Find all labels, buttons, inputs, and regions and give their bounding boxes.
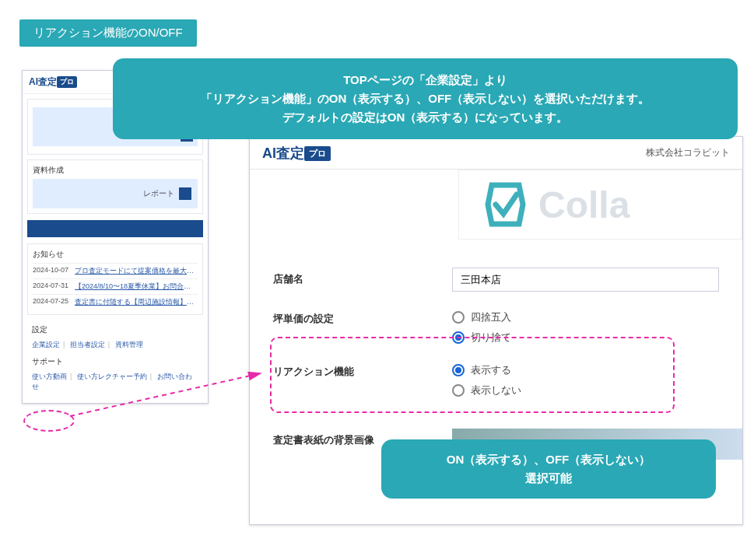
brand-logo-preview: Colla	[458, 170, 742, 240]
link-lecture-book[interactable]: 使い方レクチャー予約	[77, 373, 147, 380]
link-staff-settings[interactable]: 担当者設定	[70, 341, 105, 348]
section-title-doc: 資料作成	[33, 165, 198, 176]
logo-text: AI査定	[262, 145, 304, 161]
highlight-oval-company-settings	[23, 410, 75, 432]
radio-icon	[452, 331, 465, 344]
report-label: レポート	[143, 188, 174, 199]
radio-unit-round[interactable]: 四捨五入	[452, 310, 719, 324]
news-item[interactable]: 2024-10-07 プロ査定モードにて提案価格を最大3つ計…	[33, 263, 198, 278]
support-links-row: 使い方動画| 使い方レクチャー予約| お問い合わせ	[32, 370, 198, 394]
main-action-bar[interactable]	[27, 220, 203, 237]
settings-title: 設定	[32, 324, 198, 335]
title-chip: リアクション機能のON/OFF	[19, 19, 197, 47]
callout-line: 選択可能	[397, 469, 700, 488]
banner-line: 「リアクション機能」のON（表示する）、OFF（表示しない）を選択いただけます。	[132, 89, 719, 108]
news-link[interactable]: 査定書に付随する【周辺施設情報】地域指…	[75, 297, 198, 307]
logo-badge: プロ	[57, 76, 77, 88]
svg-text:Colla: Colla	[538, 184, 630, 226]
callout-reaction: ON（表示する）、OFF（表示しない） 選択可能	[381, 439, 716, 499]
news-item[interactable]: 2024-07-31 【2024/8/10〜18夏季休業】お問合せは営業…	[33, 278, 198, 294]
report-button-placeholder[interactable]: レポート	[33, 179, 198, 208]
radio-reaction-on[interactable]: 表示する	[452, 363, 719, 377]
logo-badge: プロ	[304, 146, 331, 161]
input-store-name[interactable]	[452, 268, 719, 292]
label-reaction: リアクション機能	[273, 360, 452, 379]
settings-header: AI査定プロ 株式会社コラビット	[250, 137, 742, 170]
link-doc-manage[interactable]: 資料管理	[115, 341, 143, 348]
radio-icon	[452, 384, 465, 397]
radio-reaction-off[interactable]: 表示しない	[452, 383, 719, 397]
news-date: 2024-07-25	[33, 297, 68, 307]
link-company-settings[interactable]: 企業設定	[32, 341, 60, 348]
logo-text: AI査定	[29, 76, 57, 87]
label-unit-price: 坪単価の設定	[273, 307, 452, 326]
app-logo-large: AI査定プロ	[262, 144, 331, 163]
radio-label: 表示しない	[471, 383, 521, 397]
news-item[interactable]: 2024-07-25 査定書に付随する【周辺施設情報】地域指…	[33, 294, 198, 310]
news-link[interactable]: プロ査定モードにて提案価格を最大3つ計…	[75, 266, 198, 276]
form-row-store-name: 店舗名	[273, 268, 719, 292]
doc-create-section: 資料作成 レポート	[27, 159, 203, 214]
instruction-banner: TOPページの「企業設定」より 「リアクション機能」のON（表示する）、OFF（…	[113, 58, 738, 139]
label-store-name: 店舗名	[273, 268, 452, 286]
banner-line: TOPページの「企業設定」より	[132, 71, 719, 89]
radio-label: 切り捨て	[471, 331, 511, 345]
radio-label: 四捨五入	[471, 310, 511, 324]
company-name: 株式会社コラビット	[646, 146, 730, 159]
news-date: 2024-10-07	[33, 266, 68, 276]
radio-icon	[452, 364, 465, 376]
news-title: お知らせ	[33, 249, 198, 260]
settings-links-row: 企業設定| 担当者設定| 資料管理	[32, 338, 198, 352]
banner-line: デフォルトの設定はON（表示する）になっています。	[132, 108, 719, 127]
news-link[interactable]: 【2024/8/10〜18夏季休業】お問合せは営業…	[75, 282, 198, 292]
radio-icon	[452, 311, 465, 324]
settings-body: Colla 店舗名 坪単価の設定 四捨五入 切り捨て	[250, 170, 742, 460]
radio-unit-floor[interactable]: 切り捨て	[452, 331, 719, 345]
radio-label: 表示する	[471, 363, 511, 377]
callout-line: ON（表示する）、OFF（表示しない）	[397, 450, 700, 469]
news-date: 2024-07-31	[33, 282, 68, 292]
news-section: お知らせ 2024-10-07 プロ査定モードにて提案価格を最大3つ計… 202…	[27, 243, 203, 315]
form-row-unit-price: 坪単価の設定 四捨五入 切り捨て	[273, 307, 719, 345]
form-row-reaction: リアクション機能 表示する 表示しない	[273, 360, 719, 397]
settings-section: 設定 企業設定| 担当者設定| 資料管理 サポート 使い方動画| 使い方レクチャ…	[27, 320, 203, 398]
link-howto-video[interactable]: 使い方動画	[32, 373, 67, 380]
support-title: サポート	[32, 356, 198, 367]
